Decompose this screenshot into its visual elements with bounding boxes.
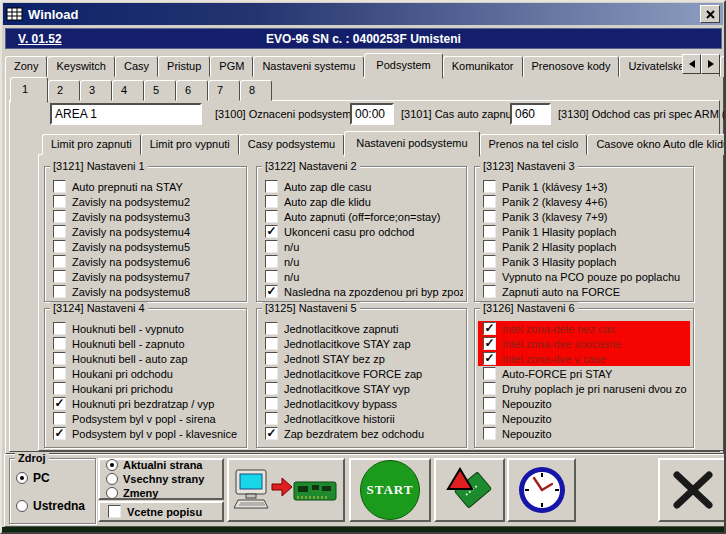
option-row-panik-2-hlasity-poplach[interactable]: Panik 2 Hlasity poplach — [478, 239, 690, 254]
unchecked-checkbox[interactable] — [483, 180, 496, 193]
option-row-panik-3-klavesy-7-9[interactable]: Panik 3 (klavesy 7+9) — [478, 209, 690, 224]
option-row-panik-1-hlasity-poplach[interactable]: Panik 1 Hlasity poplach — [478, 224, 690, 239]
unchecked-checkbox[interactable] — [265, 255, 278, 268]
option-row-jednotlacitkove-force-zap[interactable]: Jednotlacitkove FORCE zap — [260, 366, 463, 381]
unchecked-checkbox[interactable] — [483, 210, 496, 223]
unchecked-checkbox[interactable] — [53, 337, 66, 350]
unchecked-checkbox[interactable] — [483, 225, 496, 238]
option-row-jednotlacitkove-stay-vyp[interactable]: Jednotlacitkove STAY vyp — [260, 381, 463, 396]
selected-radio[interactable] — [106, 459, 118, 471]
unchecked-checkbox[interactable] — [265, 382, 278, 395]
option-row-intel-zona-dele-nez-cas[interactable]: ✓Intel zona-dele nez cas — [478, 321, 690, 336]
checked-checkbox[interactable]: ✓ — [53, 397, 66, 410]
unchecked-checkbox[interactable] — [53, 255, 66, 268]
sub-tab-prenos-na-tel-cislo[interactable]: Prenos na tel cislo — [480, 134, 588, 155]
vcetne-popisu-checkbox[interactable] — [108, 505, 121, 518]
option-row-nepouzito[interactable]: Nepouzito — [478, 411, 690, 426]
main-tab-keyswitch[interactable]: Keyswitch — [47, 56, 115, 77]
unchecked-checkbox[interactable] — [265, 367, 278, 380]
area-name-input[interactable] — [50, 103, 202, 125]
page-tab-5[interactable]: 5 — [144, 80, 176, 101]
scope-option-aktualni-strana[interactable]: Aktualni strana — [106, 458, 222, 472]
cas-auto-input[interactable] — [350, 103, 394, 125]
option-row-podsystem-byl-v-popl-klavesnice[interactable]: ✓Podsystem byl v popl - klavesnice — [48, 426, 243, 441]
page-tab-6[interactable]: 6 — [176, 80, 208, 101]
include-desc-row[interactable]: Vcetne popisu — [100, 505, 222, 518]
unselected-radio[interactable] — [106, 487, 118, 499]
option-row-auto-zapnuti-off-force-on-stay[interactable]: Auto zapnuti (off=force;on=stay) — [260, 209, 463, 224]
option-row-zavisly-na-podsystemu6[interactable]: Zavisly na podsystemu6 — [48, 254, 243, 269]
unchecked-checkbox[interactable] — [265, 180, 278, 193]
option-row-houknuti-bell-vypnuto[interactable]: Houknuti bell - vypnuto — [48, 321, 243, 336]
main-tab-moc[interactable]: Moc — [720, 56, 726, 77]
option-row-n-u[interactable]: n/u — [260, 254, 463, 269]
sub-tab-casy-podsystemu[interactable]: Casy podsystemu — [239, 134, 344, 155]
unchecked-checkbox[interactable] — [265, 397, 278, 410]
option-row-houknuti-bell-auto-zap[interactable]: Houknuti bell - auto zap — [48, 351, 243, 366]
unchecked-checkbox[interactable] — [483, 427, 496, 440]
option-row-zapnuti-auto-na-force[interactable]: Zapnuti auto na FORCE — [478, 284, 690, 299]
checked-checkbox[interactable]: ✓ — [53, 427, 66, 440]
option-row-jednotlacitkove-zapnuti[interactable]: Jednotlacitkove zapnuti — [260, 321, 463, 336]
odchod-cas-input[interactable] — [510, 103, 551, 125]
page-tab-4[interactable]: 4 — [112, 80, 144, 101]
unchecked-checkbox[interactable] — [483, 285, 496, 298]
option-row-houknuti-pri-bezdratzap-vyp[interactable]: ✓Houknuti pri bezdratzap / vyp — [48, 396, 243, 411]
unchecked-checkbox[interactable] — [483, 255, 496, 268]
scope-option-vsechny-strany[interactable]: Vsechny strany — [106, 472, 222, 486]
main-tab-casy[interactable]: Casy — [115, 56, 158, 77]
page-tab-7[interactable]: 7 — [208, 80, 240, 101]
tab-scroll-right-button[interactable] — [701, 54, 720, 74]
option-row-zavisly-na-podsystemu4[interactable]: Zavisly na podsystemu4 — [48, 224, 243, 239]
main-tab-komunikator[interactable]: Komunikator — [443, 56, 523, 77]
checked-checkbox[interactable]: ✓ — [265, 427, 278, 440]
main-tab-podsystem[interactable]: Podsystem — [364, 53, 442, 79]
option-row-zavisly-na-podsystemu5[interactable]: Zavisly na podsystemu5 — [48, 239, 243, 254]
checked-checkbox[interactable]: ✓ — [265, 285, 278, 298]
option-row-jednotlacitkove-stay-zap[interactable]: Jednotlacitkove STAY zap — [260, 336, 463, 351]
unchecked-checkbox[interactable] — [53, 367, 66, 380]
unchecked-checkbox[interactable] — [265, 322, 278, 335]
selected-radio[interactable] — [16, 472, 28, 484]
option-row-houknuti-bell-zapnuto[interactable]: Houknuti bell - zapnuto — [48, 336, 243, 351]
main-tab-zony[interactable]: Zony — [5, 56, 47, 77]
option-row-zap-bezdratem-bez-odchodu[interactable]: ✓Zap bezdratem bez odchodu — [260, 426, 463, 441]
option-row-panik-2-klavesy-4-6[interactable]: Panik 2 (klavesy 4+6) — [478, 194, 690, 209]
unchecked-checkbox[interactable] — [53, 322, 66, 335]
sub-tab-nastaveni-podsystemu[interactable]: Nastaveni podsystemu — [344, 131, 479, 157]
unchecked-checkbox[interactable] — [483, 195, 496, 208]
checked-checkbox[interactable]: ✓ — [483, 322, 496, 335]
option-row-n-u[interactable]: n/u — [260, 239, 463, 254]
unchecked-checkbox[interactable] — [53, 195, 66, 208]
window-close-button[interactable] — [700, 5, 720, 23]
option-row-zavisly-na-podsystemu8[interactable]: Zavisly na podsystemu8 — [48, 284, 243, 299]
checked-checkbox[interactable]: ✓ — [483, 352, 496, 365]
unchecked-checkbox[interactable] — [483, 367, 496, 380]
unchecked-checkbox[interactable] — [53, 180, 66, 193]
unchecked-checkbox[interactable] — [483, 270, 496, 283]
unselected-radio[interactable] — [106, 473, 118, 485]
option-row-jednotlacitkovy-bypass[interactable]: Jednotlacitkovy bypass — [260, 396, 463, 411]
unchecked-checkbox[interactable] — [53, 240, 66, 253]
sub-tab-limit-pro-vypnuti[interactable]: Limit pro vypnuti — [141, 134, 239, 155]
option-row-auto-prepnuti-na-stay[interactable]: Auto prepnuti na STAY — [48, 179, 243, 194]
option-row-nepouzito[interactable]: Nepouzito — [478, 426, 690, 441]
verify-button[interactable] — [434, 458, 505, 522]
option-row-zavisly-na-podsystemu3[interactable]: Zavisly na podsystemu3 — [48, 209, 243, 224]
option-row-auto-force-pri-stay[interactable]: Auto-FORCE pri STAY — [478, 366, 690, 381]
page-tab-3[interactable]: 3 — [80, 80, 112, 101]
zdroj-option-pc[interactable]: PC — [16, 471, 93, 485]
option-row-vypnuto-na-pco-pouze-po-poplachu[interactable]: Vypnuto na PCO pouze po poplachu — [478, 269, 690, 284]
clock-button[interactable] — [507, 458, 576, 522]
main-tab-pristup[interactable]: Pristup — [158, 56, 210, 77]
main-tab-prenosove-kody[interactable]: Prenosove kody — [523, 56, 620, 77]
option-row-auto-zap-dle-klidu[interactable]: Auto zap dle klidu — [260, 194, 463, 209]
option-row-intel-zona-dve-soucasne[interactable]: ✓Intel zona-dve soucasne — [478, 336, 690, 351]
option-row-podsystem-byl-v-popl-sirena[interactable]: Podsystem byl v popl - sirena — [48, 411, 243, 426]
sub-tab-casove-okno-auto-dle-klidu[interactable]: Casove okno Auto dle klidu — [587, 134, 726, 155]
unchecked-checkbox[interactable] — [265, 337, 278, 350]
option-row-zavisly-na-podsystemu2[interactable]: Zavisly na podsystemu2 — [48, 194, 243, 209]
unchecked-checkbox[interactable] — [265, 240, 278, 253]
option-row-nasledna-na-zpozdenou-pri-byp-zpozd[interactable]: ✓Nasledna na zpozdenou pri byp zpozd — [260, 284, 463, 299]
page-tab-8[interactable]: 8 — [240, 80, 272, 101]
